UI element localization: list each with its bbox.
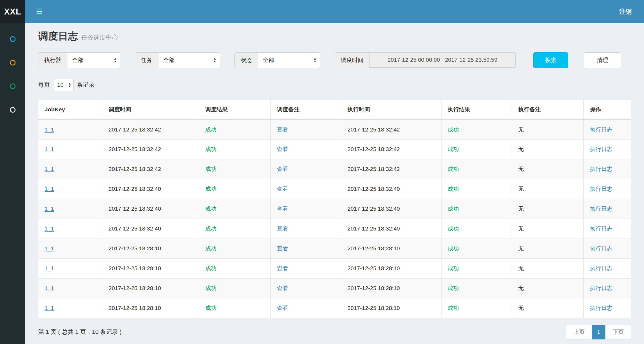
exec-remark-cell: 无 [518, 206, 524, 212]
dashboard-circle-icon [10, 36, 16, 42]
jobkey-link[interactable]: 1_1 [45, 206, 54, 212]
page-size-value: 10 [53, 82, 63, 88]
sidebar-item-job-manage[interactable] [0, 51, 25, 74]
trigger-remark-link[interactable]: 查看 [277, 305, 288, 311]
trigger-remark-link[interactable]: 查看 [277, 126, 288, 133]
exec-log-link[interactable]: 执行日志 [590, 126, 612, 133]
logout-link[interactable]: 注销 [619, 8, 632, 16]
log-table: JobKey 调度时间 调度结果 调度备注 执行时间 执行结果 执行备注 操作 … [38, 100, 631, 318]
trigger-remark-link[interactable]: 查看 [277, 285, 288, 291]
exec-log-link[interactable]: 执行日志 [590, 166, 612, 172]
exec-time-cell: 2017-12-25 18:28:10 [348, 285, 400, 291]
job-manage-circle-icon [10, 60, 16, 65]
trigger-result-cell: 成功 [205, 146, 216, 152]
trigger-result-cell: 成功 [205, 186, 216, 192]
col-header-exec-remark: 执行备注 [512, 100, 584, 119]
trigger-time-filter-group: 调度时间 [335, 52, 516, 68]
trigger-remark-link[interactable]: 查看 [277, 206, 288, 212]
log-table-body: 1_12017-12-25 18:32:42成功查看2017-12-25 18:… [38, 119, 631, 318]
jobkey-link[interactable]: 1_1 [45, 245, 54, 251]
top-navbar: XXL ☰ 注销 [0, 0, 644, 23]
trigger-time-cell: 2017-12-25 18:32:42 [108, 146, 161, 152]
exec-log-link[interactable]: 执行日志 [590, 285, 612, 291]
jobkey-link[interactable]: 1_1 [45, 126, 54, 133]
table-row: 1_12017-12-25 18:32:40成功查看2017-12-25 18:… [38, 219, 631, 239]
table-row: 1_12017-12-25 18:32:42成功查看2017-12-25 18:… [38, 159, 631, 179]
exec-log-link[interactable]: 执行日志 [590, 265, 612, 271]
exec-log-link[interactable]: 执行日志 [590, 146, 612, 152]
status-filter-label: 状态 [234, 52, 258, 68]
exec-log-link[interactable]: 执行日志 [590, 206, 612, 212]
trigger-remark-link[interactable]: 查看 [277, 146, 288, 152]
trigger-remark-link[interactable]: 查看 [277, 186, 288, 192]
jobkey-link[interactable]: 1_1 [45, 305, 54, 311]
exec-log-link[interactable]: 执行日志 [590, 305, 612, 311]
sidebar-toggle-icon[interactable]: ☰ [36, 8, 43, 16]
trigger-result-cell: 成功 [205, 305, 216, 311]
exec-time-cell: 2017-12-25 18:32:42 [348, 126, 400, 133]
table-row: 1_12017-12-25 18:28:10成功查看2017-12-25 18:… [38, 239, 631, 258]
trigger-remark-link[interactable]: 查看 [277, 225, 288, 232]
page-size-select[interactable]: 10 ▲▼ [53, 79, 74, 91]
trigger-result-cell: 成功 [205, 126, 216, 133]
exec-remark-cell: 无 [518, 225, 524, 232]
table-row: 1_12017-12-25 18:28:10成功查看2017-12-25 18:… [38, 298, 631, 318]
filter-toolbar: 执行器 全部 ▲▼ 任务 全部 ▲▼ 状态 全部 ▲▼ [38, 52, 631, 68]
executor-select-value: 全部 [67, 56, 84, 64]
jobkey-link[interactable]: 1_1 [45, 225, 54, 232]
jobkey-link[interactable]: 1_1 [45, 166, 54, 172]
next-page-button[interactable]: 下页 [605, 325, 631, 339]
table-header-row: JobKey 调度时间 调度结果 调度备注 执行时间 执行结果 执行备注 操作 [38, 100, 631, 119]
exec-remark-cell: 无 [518, 305, 524, 311]
page-title: 调度日志任务调度中心 [38, 29, 631, 43]
table-row: 1_12017-12-25 18:32:42成功查看2017-12-25 18:… [38, 139, 631, 159]
status-select-value: 全部 [258, 56, 274, 64]
sidebar-item-executor-manage[interactable] [0, 98, 25, 122]
exec-log-link[interactable]: 执行日志 [590, 245, 612, 251]
jobkey-link[interactable]: 1_1 [45, 285, 54, 291]
executor-select[interactable]: 全部 ▲▼ [67, 52, 120, 68]
trigger-time-cell: 2017-12-25 18:32:42 [108, 166, 161, 172]
trigger-remark-link[interactable]: 查看 [277, 166, 288, 172]
col-header-jobkey: JobKey [38, 100, 102, 119]
exec-result-cell: 成功 [448, 126, 459, 133]
job-select-value: 全部 [158, 56, 175, 64]
table-row: 1_12017-12-25 18:32:42成功查看2017-12-25 18:… [38, 119, 631, 139]
trigger-remark-link[interactable]: 查看 [277, 265, 288, 271]
current-page-button[interactable]: 1 [592, 325, 606, 339]
select-arrows-icon: ▲▼ [309, 57, 320, 63]
job-select[interactable]: 全部 ▲▼ [158, 52, 220, 68]
trigger-remark-link[interactable]: 查看 [277, 245, 288, 251]
sidebar-item-job-log[interactable] [0, 74, 25, 98]
exec-log-link[interactable]: 执行日志 [590, 225, 612, 232]
exec-log-link[interactable]: 执行日志 [590, 186, 612, 192]
trigger-result-cell: 成功 [205, 166, 216, 172]
exec-result-cell: 成功 [448, 186, 459, 192]
navbar-main: ☰ 注销 [25, 0, 644, 23]
jobkey-link[interactable]: 1_1 [45, 146, 54, 152]
trigger-time-cell: 2017-12-25 18:32:40 [108, 186, 161, 192]
table-row: 1_12017-12-25 18:28:10成功查看2017-12-25 18:… [38, 258, 631, 278]
table-row: 1_12017-12-25 18:32:40成功查看2017-12-25 18:… [38, 199, 631, 219]
exec-result-cell: 成功 [448, 146, 459, 152]
prev-page-button[interactable]: 上页 [566, 325, 592, 339]
exec-result-cell: 成功 [448, 265, 459, 271]
exec-result-cell: 成功 [448, 245, 459, 251]
job-filter-label: 任务 [135, 52, 158, 68]
trigger-result-cell: 成功 [205, 225, 216, 232]
page-subtitle: 任务调度中心 [81, 34, 118, 41]
exec-result-cell: 成功 [448, 285, 459, 291]
trigger-result-cell: 成功 [205, 265, 216, 271]
trigger-time-range-input[interactable] [369, 52, 516, 68]
jobkey-link[interactable]: 1_1 [45, 265, 54, 271]
trigger-time-cell: 2017-12-25 18:28:10 [108, 305, 161, 311]
trigger-result-cell: 成功 [205, 285, 216, 291]
sidebar-item-dashboard[interactable] [0, 27, 25, 51]
app-logo[interactable]: XXL [0, 0, 25, 23]
status-select[interactable]: 全部 ▲▼ [258, 52, 320, 68]
jobkey-link[interactable]: 1_1 [45, 186, 54, 192]
table-row: 1_12017-12-25 18:28:10成功查看2017-12-25 18:… [38, 278, 631, 298]
clear-button[interactable]: 清理 [584, 52, 621, 68]
search-button[interactable]: 搜索 [533, 52, 568, 68]
table-row: 1_12017-12-25 18:32:40成功查看2017-12-25 18:… [38, 179, 631, 199]
